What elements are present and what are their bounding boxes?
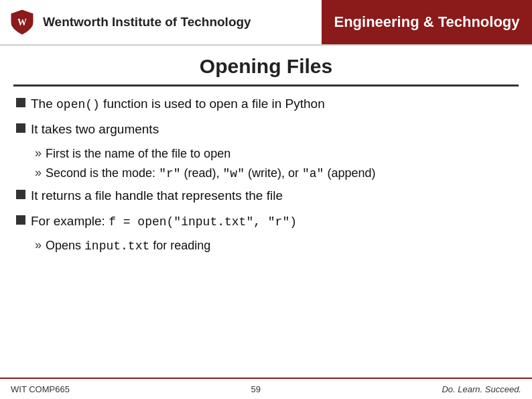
bullet-text-1: The open() function is used to open a fi… (31, 95, 325, 113)
header-left: W Wentworth Institute of Technology (0, 0, 322, 44)
footer: WIT COMP665 59 Do. Learn. Succeed. (0, 378, 532, 399)
bullet-item-2: It takes two arguments (16, 120, 516, 139)
footer-slogan: Do. Learn. Succeed. (442, 384, 521, 394)
bullet-square-icon (16, 98, 25, 107)
sub-bullets-2: » First is the name of the file to open … (35, 146, 516, 182)
bullet-item-3: It returns a file handle that represents… (16, 186, 516, 205)
header-institution-title: Wentworth Institute of Technology (43, 15, 251, 30)
sub-bullet-arrow-icon-2: » (35, 166, 42, 180)
bullet-text-3: It returns a file handle that represents… (31, 186, 283, 205)
bullet-square-icon-3 (16, 190, 25, 199)
bullet-text-2: It takes two arguments (31, 120, 159, 139)
sub-bullet-text-1: First is the name of the file to open (46, 146, 230, 162)
slide-title-bar: Opening Files (13, 46, 519, 87)
bullet-item-4: For example: f = open("input.txt", "r") (16, 212, 516, 231)
footer-page-number: 59 (251, 384, 260, 394)
wit-logo-icon: W (8, 8, 36, 36)
code-mode-w: "w" (223, 167, 245, 180)
code-input-txt: input.txt (84, 239, 149, 253)
sub-bullet-item-3: » Opens input.txt for reading (35, 237, 516, 255)
footer-course-label: WIT COMP665 (11, 384, 70, 394)
bullet-square-icon-4 (16, 215, 25, 225)
bullet-text-4: For example: f = open("input.txt", "r") (31, 212, 297, 231)
sub-bullet-text-3: Opens input.txt for reading (46, 237, 210, 255)
code-mode-a: "a" (302, 167, 324, 180)
code-example: f = open("input.txt", "r") (109, 215, 297, 229)
code-mode-r: "r" (159, 167, 180, 180)
bullet-item-1: The open() function is used to open a fi… (16, 95, 516, 113)
slide-content: The open() function is used to open a fi… (0, 87, 532, 255)
sub-bullet-arrow-icon-1: » (35, 146, 42, 160)
sub-bullet-arrow-icon-3: » (35, 238, 42, 252)
header: W Wentworth Institute of Technology Engi… (0, 0, 532, 46)
sub-bullet-item-2: » Second is the mode: "r" (read), "w" (w… (35, 165, 516, 182)
header-department-title: Engineering & Technology (334, 13, 519, 31)
svg-text:W: W (17, 17, 27, 27)
sub-bullet-item-1: » First is the name of the file to open (35, 146, 516, 162)
sub-bullet-text-2: Second is the mode: "r" (read), "w" (wri… (46, 165, 375, 182)
header-right: Engineering & Technology (322, 0, 532, 44)
bullet-square-icon-2 (16, 123, 25, 133)
sub-bullets-4: » Opens input.txt for reading (35, 237, 516, 255)
code-open-func: open() (56, 98, 100, 111)
slide-title: Opening Files (200, 55, 332, 77)
